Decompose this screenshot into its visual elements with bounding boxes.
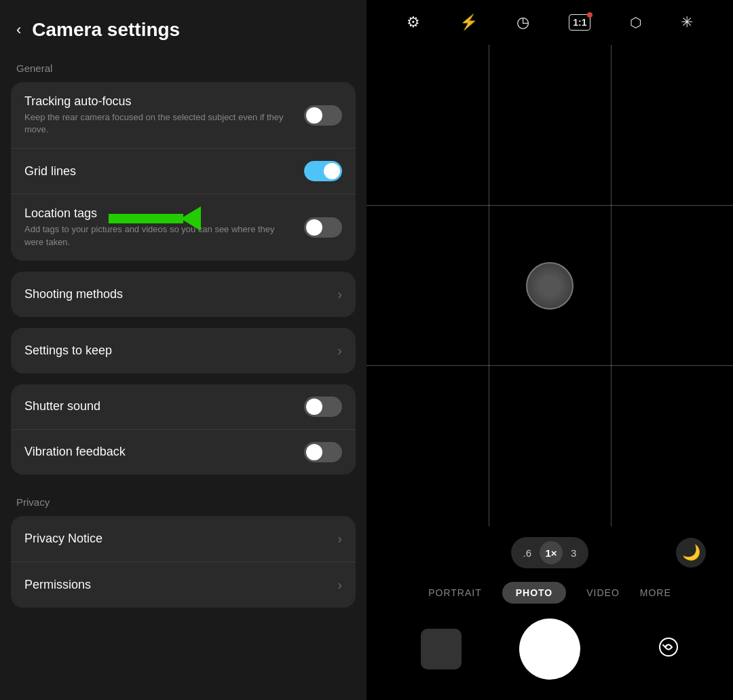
grid-line-v2 xyxy=(611,45,612,526)
privacy-notice-chevron: › xyxy=(337,531,342,547)
shutter-button[interactable] xyxy=(519,619,580,680)
vibration-feedback-toggle[interactable] xyxy=(304,442,342,462)
zoom-pill: .6 1× 3 xyxy=(511,537,589,568)
tracking-autofocus-item[interactable]: Tracking auto-focus Keep the rear camera… xyxy=(11,82,356,149)
shooting-methods-item[interactable]: Shooting methods › xyxy=(11,272,356,317)
location-tags-toggle[interactable] xyxy=(304,217,342,238)
gallery-thumbnail[interactable] xyxy=(421,629,462,669)
tracking-autofocus-toggle[interactable] xyxy=(304,105,342,126)
settings-to-keep-chevron: › xyxy=(337,343,342,358)
general-settings-card: Tracking auto-focus Keep the rear camera… xyxy=(11,82,356,261)
focus-indicator xyxy=(526,262,574,310)
shutter-sound-title: Shutter sound xyxy=(24,399,293,413)
tracking-autofocus-title: Tracking auto-focus xyxy=(24,94,293,109)
grid-lines-toggle[interactable] xyxy=(304,161,342,181)
mode-photo[interactable]: PHOTO xyxy=(502,582,567,604)
tracking-autofocus-desc: Keep the rear camera focused on the sele… xyxy=(24,111,293,136)
grid-lines-item[interactable]: Grid lines xyxy=(11,149,356,194)
shutter-sound-toggle[interactable] xyxy=(304,397,342,417)
shutter-area xyxy=(366,612,733,700)
flash-icon[interactable]: ⚡ xyxy=(459,14,478,31)
camera-mode-bar: PORTRAIT PHOTO VIDEO MORE xyxy=(366,574,733,612)
shutter-sound-item[interactable]: Shutter sound xyxy=(11,384,356,430)
privacy-card: Privacy Notice › Permissions › xyxy=(11,516,356,608)
zoom-bar: .6 1× 3 🌙 xyxy=(366,526,733,574)
privacy-notice-item[interactable]: Privacy Notice › xyxy=(11,516,356,562)
camera-viewfinder-panel: ⚙ ⚡ ◷ 1:1 ⬡ ✳ .6 1× 3 🌙 PORTRAIT PHOTO V… xyxy=(366,0,733,700)
effects-icon[interactable]: ✳ xyxy=(681,14,693,31)
settings-to-keep-card: Settings to keep › xyxy=(11,328,356,373)
general-section-label: General xyxy=(0,54,366,79)
timer-icon[interactable]: ◷ xyxy=(516,14,529,31)
privacy-section-label: Privacy xyxy=(0,488,366,513)
settings-header: ‹ Camera settings xyxy=(0,0,366,54)
audio-feedback-card: Shutter sound Vibration feedback xyxy=(11,384,356,475)
permissions-title: Permissions xyxy=(24,578,91,592)
settings-to-keep-title: Settings to keep xyxy=(24,344,112,358)
camera-top-bar: ⚙ ⚡ ◷ 1:1 ⬡ ✳ xyxy=(366,0,733,45)
grid-lines-annotation xyxy=(109,206,201,231)
shooting-methods-chevron: › xyxy=(337,287,342,302)
settings-to-keep-item[interactable]: Settings to keep › xyxy=(11,328,356,373)
vibration-feedback-title: Vibration feedback xyxy=(24,445,293,459)
viewfinder-area xyxy=(366,45,733,526)
night-mode-button[interactable]: 🌙 xyxy=(676,538,706,568)
permissions-chevron: › xyxy=(337,577,342,593)
settings-icon[interactable]: ⚙ xyxy=(407,14,420,31)
grid-line-v1 xyxy=(489,45,489,526)
grid-line-h1 xyxy=(366,205,733,206)
ratio-icon[interactable]: 1:1 xyxy=(569,14,590,31)
mode-more[interactable]: MORE xyxy=(640,587,671,598)
shooting-methods-title: Shooting methods xyxy=(24,287,123,301)
privacy-notice-title: Privacy Notice xyxy=(24,532,102,546)
grid-line-h2 xyxy=(366,365,733,366)
vibration-feedback-item[interactable]: Vibration feedback xyxy=(11,430,356,475)
back-button[interactable]: ‹ xyxy=(16,21,21,39)
mode-portrait[interactable]: PORTRAIT xyxy=(428,587,482,598)
mode-video[interactable]: VIDEO xyxy=(586,587,620,598)
permissions-item[interactable]: Permissions › xyxy=(11,562,356,608)
zoom-06-button[interactable]: .6 xyxy=(521,546,535,560)
page-title: Camera settings xyxy=(32,19,180,41)
zoom-1x-button[interactable]: 1× xyxy=(540,541,563,564)
svg-point-0 xyxy=(660,638,677,656)
shooting-methods-card: Shooting methods › xyxy=(11,272,356,317)
ar-icon[interactable]: ⬡ xyxy=(630,14,641,31)
zoom-3-button[interactable]: 3 xyxy=(568,546,579,560)
flip-camera-button[interactable] xyxy=(658,637,679,661)
grid-lines-title: Grid lines xyxy=(24,164,293,179)
